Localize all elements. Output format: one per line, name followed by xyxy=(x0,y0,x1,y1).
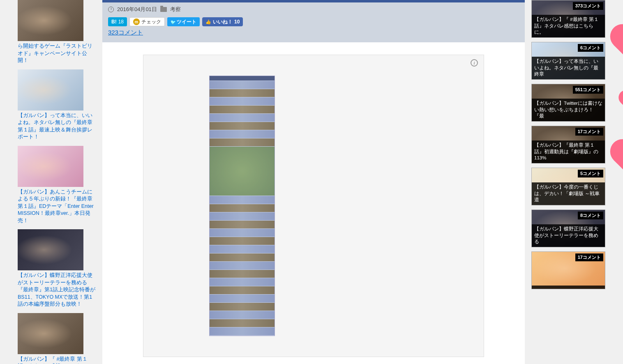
item-caption: 【ガルパン】今度の一番くじは、デカい！「劇場版 ～戦車道 xyxy=(532,182,605,205)
comment-count-badge: 17コメント xyxy=(575,253,603,261)
thumbnail-image[interactable] xyxy=(18,229,83,270)
right-sidebar-item[interactable]: 17コメント xyxy=(531,251,605,289)
article-header: 2016年04月01日 考察 B! 18 m チェック ツイート 👍 xyxy=(102,0,525,42)
comment-count-badge: 5コメント xyxy=(578,170,603,177)
comment-count-badge: 8コメント xyxy=(578,212,603,219)
thumb-up-icon: 👍 xyxy=(205,19,211,25)
main-content: 2016年04月01日 考察 B! 18 m チェック ツイート 👍 xyxy=(102,0,525,364)
hatena-button[interactable]: B! 18 xyxy=(108,17,127,26)
fb-label: いいね！ xyxy=(213,18,233,25)
hatena-label: B! xyxy=(111,19,117,25)
item-caption: 【ガルパン】って本当に、いいよね。ネタバレ無しの『最終章 xyxy=(532,57,605,79)
comment-count-link[interactable]: 323コメント xyxy=(108,29,143,36)
embedded-image[interactable] xyxy=(209,76,275,336)
item-caption: 【ガルパン】Twitterには書けない熱い想いをぶちまけろ！『最 xyxy=(532,99,605,121)
twitter-label: ツイート xyxy=(177,18,196,25)
article-link[interactable]: ら開始するゲーム『ラストピリオド』キャンペーンサイト公開！ xyxy=(18,43,92,63)
folder-icon xyxy=(160,7,167,12)
right-sidebar-item[interactable]: 5コメント 【ガルパン】今度の一番くじは、デカい！「劇場版 ～戦車道 xyxy=(531,168,605,205)
item-caption: 【ガルパン】蝶野正洋応援大使がストーリーテラーを務める xyxy=(532,224,605,247)
right-sidebar-item[interactable]: 17コメント 【ガルパン】『最終章 第１話』初週動員は『劇場版』の113% xyxy=(531,126,605,164)
left-sidebar: ら開始するゲーム『ラストピリオド』キャンペーンサイト公開！ 【ガルパン】って本当… xyxy=(18,0,96,364)
article-link[interactable]: 【ガルパン】『 #最終章 第１話』ネタバレ感想はこちらに。その２ xyxy=(18,356,92,364)
left-sidebar-item: 【ガルパン】蝶野正洋応援大使がストーリーテラーを務める『最終章』第1話上映記念特… xyxy=(18,229,96,308)
right-sidebar-item[interactable]: 8コメント 【ガルパン】蝶野正洋応援大使がストーリーテラーを務める xyxy=(531,210,605,247)
article-link[interactable]: 【ガルパン】って本当に、いいよね。ネタバレ無しの『最終章 第１話』最速上映＆舞台… xyxy=(18,113,92,140)
thumbnail-image[interactable] xyxy=(18,313,83,354)
article-link[interactable]: 【ガルパン】あんこうチームによる５年ぶりの新録！『最終章 第１話』EDテーマ「E… xyxy=(18,189,94,223)
facebook-button[interactable]: 👍 いいね！ 10 xyxy=(202,17,243,26)
article-meta: 2016年04月01日 考察 xyxy=(108,6,519,13)
left-sidebar-item: 【ガルパン】って本当に、いいよね。ネタバレ無しの『最終章 第１話』最速上映＆舞台… xyxy=(18,69,96,141)
comment-count-badge: 551コメント xyxy=(573,86,603,94)
right-sidebar-item[interactable]: 6コメント 【ガルパン】って本当に、いいよね。ネタバレ無しの『最終章 xyxy=(531,42,605,80)
info-icon[interactable]: i xyxy=(471,59,478,67)
article-body: i xyxy=(102,42,525,364)
right-sidebar: 373コメント 【ガルパン】『 #最終章 第１話』ネタバレ感想はこちらに。 6コ… xyxy=(531,0,605,364)
clock-icon xyxy=(108,7,114,12)
left-sidebar-item: 【ガルパン】『 #最終章 第１話』ネタバレ感想はこちらに。その２ xyxy=(18,313,96,364)
right-sidebar-item[interactable]: 373コメント 【ガルパン】『 #最終章 第１話』ネタバレ感想はこちらに。 xyxy=(531,0,605,38)
comment-count-badge: 6コメント xyxy=(578,44,603,52)
left-sidebar-item: 【ガルパン】あんこうチームによる５年ぶりの新録！『最終章 第１話』EDテーマ「E… xyxy=(18,146,96,225)
mixi-button[interactable]: m チェック xyxy=(129,17,165,26)
right-sidebar-item[interactable]: 551コメント 【ガルパン】Twitterには書けない熱い想いをぶちまけろ！『最 xyxy=(531,84,605,122)
hatena-count: 18 xyxy=(118,19,124,25)
comment-count-badge: 17コメント xyxy=(575,128,603,136)
item-caption: 【ガルパン】『 #最終章 第１話』ネタバレ感想はこちらに。 xyxy=(532,15,605,37)
image-embed-frame: i xyxy=(143,55,484,357)
fb-count: 10 xyxy=(234,19,240,25)
article-date: 2016年04月01日 xyxy=(117,6,157,13)
twitter-button[interactable]: ツイート xyxy=(167,17,200,26)
mixi-icon: m xyxy=(133,18,140,25)
item-caption xyxy=(532,286,605,289)
mixi-label: チェック xyxy=(141,18,161,25)
item-caption: 【ガルパン】『最終章 第１話』初週動員は『劇場版』の113% xyxy=(532,141,605,163)
share-buttons: B! 18 m チェック ツイート 👍 いいね！ 10 xyxy=(108,17,519,26)
article-link[interactable]: 【ガルパン】蝶野正洋応援大使がストーリーテラーを務める『最終章』第1話上映記念特… xyxy=(18,272,95,307)
thumbnail-image[interactable] xyxy=(18,0,83,41)
article-category: 考察 xyxy=(170,6,181,13)
comment-count-badge: 373コメント xyxy=(573,2,603,10)
left-sidebar-item: ら開始するゲーム『ラストピリオド』キャンペーンサイト公開！ xyxy=(18,0,96,65)
thumbnail-image[interactable] xyxy=(18,146,83,187)
thumbnail-image[interactable] xyxy=(18,69,83,111)
